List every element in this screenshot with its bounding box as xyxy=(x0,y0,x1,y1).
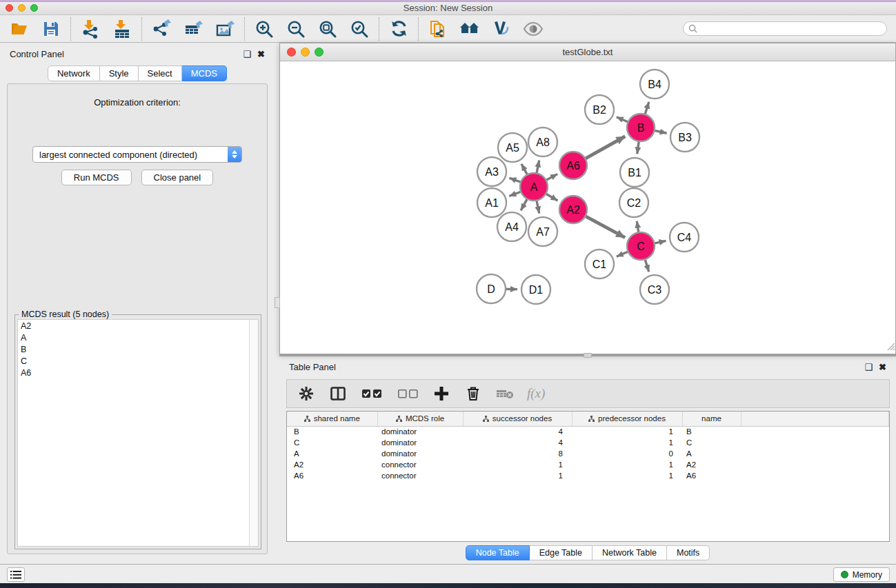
float-panel-icon[interactable]: ❑ xyxy=(243,50,251,59)
list-item[interactable]: B xyxy=(18,343,258,355)
table-row[interactable]: Bdominator41B xyxy=(287,426,889,437)
graph-node-B4[interactable]: B4 xyxy=(640,70,669,99)
result-list-scrollbar[interactable] xyxy=(249,320,258,546)
tab-network-table[interactable]: Network Table xyxy=(593,545,667,560)
export-image-icon[interactable] xyxy=(215,19,235,39)
table-row[interactable]: Adominator80A xyxy=(287,448,889,459)
table-cell[interactable]: 8 xyxy=(463,448,572,459)
memory-button[interactable]: Memory xyxy=(833,567,890,582)
graph-node-A4[interactable]: A4 xyxy=(497,212,526,241)
tab-node-table[interactable]: Node Table xyxy=(466,545,530,560)
table-cell[interactable]: A2 xyxy=(682,459,741,470)
list-item[interactable]: C xyxy=(18,355,258,367)
graph-node-B3[interactable]: B3 xyxy=(670,123,699,152)
close-panel-button[interactable]: Close panel xyxy=(141,170,214,185)
network-close-button[interactable] xyxy=(287,48,296,57)
table-cell[interactable]: C xyxy=(287,437,377,448)
export-table-icon[interactable] xyxy=(183,19,203,39)
table-cell[interactable]: A6 xyxy=(287,470,377,481)
table-cell[interactable]: 1 xyxy=(463,459,572,470)
table-row[interactable]: A2connector11A2 xyxy=(287,459,889,470)
graph-node-C1[interactable]: C1 xyxy=(585,250,614,278)
zoom-in-icon[interactable] xyxy=(254,19,275,39)
float-table-panel-icon[interactable]: ❑ xyxy=(864,363,873,372)
task-history-button[interactable] xyxy=(7,567,25,582)
column-header[interactable]: MCDS role xyxy=(377,412,463,426)
graph-node-B1[interactable]: B1 xyxy=(620,158,649,187)
list-item[interactable]: A6 xyxy=(18,367,258,378)
list-item[interactable]: A xyxy=(18,332,258,343)
graph-node-A6[interactable]: A6 xyxy=(559,152,587,179)
table-row[interactable]: Cdominator41C xyxy=(287,437,889,448)
export-network-icon[interactable] xyxy=(151,19,172,39)
graph-node-D1[interactable]: D1 xyxy=(521,275,550,304)
table-cell[interactable]: dominator xyxy=(377,448,463,459)
graph-edge-A6-B[interactable] xyxy=(584,136,626,160)
table-cell[interactable]: 0 xyxy=(572,448,682,459)
zoom-selected-icon[interactable] xyxy=(349,19,370,39)
add-column-icon[interactable] xyxy=(432,384,451,403)
graph-node-A3[interactable]: A3 xyxy=(477,157,506,186)
columns-icon[interactable] xyxy=(328,384,348,403)
optimization-criterion-dropdown[interactable]: largest connected component (directed) xyxy=(32,146,242,163)
graph-node-A7[interactable]: A7 xyxy=(528,217,557,246)
import-table-icon[interactable] xyxy=(112,19,132,39)
save-session-icon[interactable] xyxy=(41,19,61,39)
table-cell[interactable]: A xyxy=(682,448,741,459)
mcds-result-list[interactable]: A2ABCA6 xyxy=(17,319,259,547)
graph-node-C2[interactable]: C2 xyxy=(619,188,648,217)
graph-node-C4[interactable]: C4 xyxy=(670,223,699,252)
table-cell[interactable]: connector xyxy=(377,459,463,470)
network-minimize-button[interactable] xyxy=(301,48,310,57)
import-network-icon[interactable] xyxy=(80,19,101,39)
refresh-layout-icon[interactable] xyxy=(388,19,409,39)
panel-splitter-grip[interactable] xyxy=(275,297,280,308)
list-item[interactable]: A2 xyxy=(18,320,258,332)
zoom-fit-icon[interactable] xyxy=(317,19,338,39)
table-cell[interactable]: B xyxy=(287,426,377,437)
table-cell[interactable]: connector xyxy=(377,470,463,481)
network-maximize-button[interactable] xyxy=(315,48,323,57)
table-cell[interactable]: 1 xyxy=(572,470,682,481)
function-builder-icon[interactable]: f(x) xyxy=(527,384,545,403)
graph-node-A5[interactable]: A5 xyxy=(498,133,527,162)
delete-column-icon[interactable] xyxy=(464,384,483,403)
column-header[interactable]: shared name xyxy=(287,412,377,426)
tab-mcds[interactable]: MCDS xyxy=(182,65,227,81)
graph-node-B2[interactable]: B2 xyxy=(585,95,614,124)
table-cell[interactable]: dominator xyxy=(377,426,463,437)
graph-node-A8[interactable]: A8 xyxy=(528,128,557,156)
graph-node-D[interactable]: D xyxy=(477,274,506,303)
graph-node-B[interactable]: B xyxy=(627,114,655,141)
column-header[interactable]: predecessor nodes xyxy=(572,412,682,426)
run-mcds-button[interactable]: Run MCDS xyxy=(61,170,132,185)
graph-node-A1[interactable]: A1 xyxy=(477,188,506,217)
column-header[interactable]: name xyxy=(682,412,741,426)
column-header[interactable]: successor nodes xyxy=(463,412,572,426)
window-resize-grip[interactable] xyxy=(886,341,895,354)
maximize-window-button[interactable] xyxy=(30,4,38,12)
table-cell[interactable]: A xyxy=(287,448,377,459)
table-row[interactable]: A6connector11A6 xyxy=(287,470,889,481)
settings-gear-icon[interactable] xyxy=(297,384,316,403)
tab-motifs[interactable]: Motifs xyxy=(667,545,710,560)
table-cell[interactable]: C xyxy=(682,437,741,448)
network-canvas[interactable]: B4B2BB3A8A5A6A3B1AA1C2A2A4A7C4CC1C3DD1 xyxy=(281,62,894,352)
close-panel-icon[interactable]: ✖ xyxy=(257,50,265,59)
close-table-panel-icon[interactable]: ✖ xyxy=(879,363,886,372)
graph-node-C[interactable]: C xyxy=(627,232,655,260)
table-cell[interactable]: 4 xyxy=(463,437,572,448)
delete-table-icon[interactable] xyxy=(495,384,515,403)
table-cell[interactable]: 1 xyxy=(572,459,682,470)
zoom-out-icon[interactable] xyxy=(286,19,306,39)
open-session-icon[interactable] xyxy=(9,19,30,39)
table-cell[interactable]: 4 xyxy=(463,426,572,437)
graph-node-C3[interactable]: C3 xyxy=(640,275,669,304)
tab-edge-table[interactable]: Edge Table xyxy=(530,545,593,560)
select-all-icon[interactable] xyxy=(360,384,384,403)
table-cell[interactable]: 1 xyxy=(572,426,682,437)
table-cell[interactable]: A2 xyxy=(287,459,377,470)
graph-node-A2[interactable]: A2 xyxy=(559,196,587,223)
clone-network-icon[interactable] xyxy=(428,19,448,39)
search-input[interactable] xyxy=(701,24,882,34)
